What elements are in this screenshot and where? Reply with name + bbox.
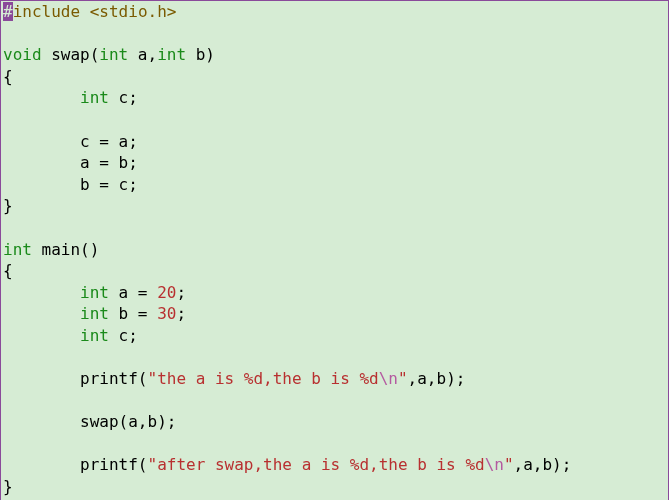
- args: ,a,b);: [408, 369, 466, 388]
- stmt: c = a;: [80, 132, 138, 151]
- brace-open: {: [3, 67, 13, 86]
- decl-c: c;: [109, 88, 138, 107]
- line-15: int b = 30;: [3, 304, 186, 323]
- string-close: ": [504, 455, 514, 474]
- stmt: b = c;: [80, 175, 138, 194]
- brace-close: }: [3, 196, 13, 215]
- kw-int: int: [3, 240, 32, 259]
- fn-printf: printf(: [80, 369, 147, 388]
- kw-int: int: [157, 45, 186, 64]
- line-14: int a = 20;: [3, 283, 186, 302]
- line-9: b = c;: [3, 175, 138, 194]
- fn-swap: swap(: [42, 45, 100, 64]
- line-18: printf("the a is %d,the b is %d\n",a,b);: [3, 369, 465, 388]
- kw-int: int: [80, 304, 109, 323]
- line-1: #include <stdio.h>: [3, 2, 176, 21]
- string-escape: \n: [379, 369, 398, 388]
- decl-c2: c;: [109, 326, 138, 345]
- string-literal: "the a is %d,the b is %d: [148, 369, 379, 388]
- brace-close: }: [3, 477, 13, 496]
- decl-a: a =: [109, 283, 157, 302]
- line-20: swap(a,b);: [3, 412, 176, 431]
- brace-open: {: [3, 261, 13, 280]
- decl-b: b =: [109, 304, 157, 323]
- semi: ;: [176, 304, 186, 323]
- line-8: a = b;: [3, 153, 138, 172]
- call-swap: swap(a,b);: [80, 412, 176, 431]
- string-close: ": [398, 369, 408, 388]
- preproc-include: include: [13, 2, 80, 21]
- num-20: 20: [157, 283, 176, 302]
- cursor: #: [3, 2, 13, 21]
- line-3: void swap(int a,int b): [3, 45, 215, 64]
- kw-int: int: [80, 88, 109, 107]
- string-escape: \n: [485, 455, 504, 474]
- string-literal: "after swap,the a is %d,the b is %d: [148, 455, 485, 474]
- line-7: c = a;: [3, 132, 138, 151]
- line-5: int c;: [3, 88, 138, 107]
- stmt: a = b;: [80, 153, 138, 172]
- preproc-header: <stdio.h>: [80, 2, 176, 21]
- param-b: b): [186, 45, 215, 64]
- num-30: 30: [157, 304, 176, 323]
- code-editor[interactable]: #include <stdio.h> void swap(int a,int b…: [1, 1, 668, 498]
- kw-int: int: [80, 326, 109, 345]
- kw-void: void: [3, 45, 42, 64]
- line-22: printf("after swap,the a is %d,the b is …: [3, 455, 571, 474]
- line-12: int main(): [3, 240, 99, 259]
- semi: ;: [176, 283, 186, 302]
- kw-int: int: [99, 45, 128, 64]
- param-a: a,: [128, 45, 157, 64]
- line-16: int c;: [3, 326, 138, 345]
- fn-printf: printf(: [80, 455, 147, 474]
- args: ,a,b);: [514, 455, 572, 474]
- fn-main: main(): [32, 240, 99, 259]
- kw-int: int: [80, 283, 109, 302]
